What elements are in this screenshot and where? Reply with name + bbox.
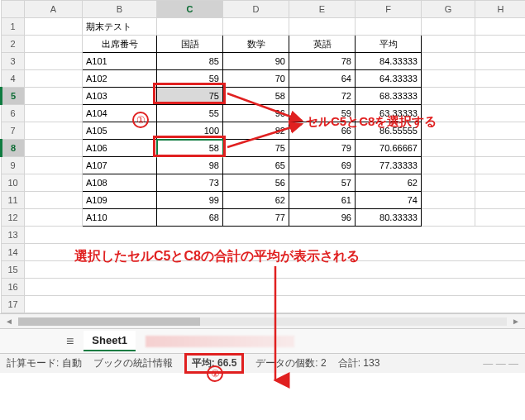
cell[interactable] [475, 192, 526, 209]
cell-s[interactable]: 77 [223, 209, 289, 227]
cell[interactable] [25, 296, 526, 313]
hdr-heikin[interactable]: 平均 [356, 36, 422, 53]
cell-e[interactable]: 69 [289, 157, 356, 174]
cell[interactable] [422, 174, 475, 192]
cell-e[interactable]: 57 [289, 174, 356, 192]
cell-C5[interactable]: 75 [157, 88, 223, 105]
cell-avg[interactable]: 70.66667 [356, 140, 422, 157]
cell[interactable] [475, 88, 526, 105]
cell[interactable] [157, 18, 223, 36]
cell[interactable] [25, 53, 83, 70]
hdr-eigo[interactable]: 英語 [289, 36, 356, 53]
row-header-5[interactable]: 5 [2, 88, 25, 105]
cell-avg[interactable]: 64.33333 [356, 70, 422, 88]
sheet-tab-active[interactable]: Sheet1 [84, 331, 136, 351]
row-header-10[interactable]: 10 [2, 174, 25, 192]
col-header-B[interactable]: B [83, 1, 157, 18]
cell-s[interactable]: 96 [223, 105, 289, 122]
row-header-2[interactable]: 2 [2, 36, 25, 53]
cell[interactable] [223, 18, 289, 36]
horizontal-scrollbar[interactable]: ◄ ► [0, 313, 525, 328]
hdr-sugaku[interactable]: 数学 [223, 36, 289, 53]
cell[interactable] [475, 18, 526, 36]
col-header-F[interactable]: F [356, 1, 422, 18]
row-header-1[interactable]: 1 [2, 18, 25, 36]
row-header-9[interactable]: 9 [2, 157, 25, 174]
cell-avg[interactable]: 74 [356, 192, 422, 209]
cell[interactable] [25, 209, 83, 227]
cell-s[interactable]: 58 [223, 88, 289, 105]
cell[interactable] [25, 227, 526, 244]
col-header-A[interactable]: A [25, 1, 83, 18]
cell-e[interactable]: 61 [289, 192, 356, 209]
cell-id[interactable]: A107 [83, 157, 157, 174]
cell[interactable] [25, 36, 83, 53]
cell-k[interactable]: 55 [157, 105, 223, 122]
cell[interactable] [422, 88, 475, 105]
cell[interactable] [422, 192, 475, 209]
row-header-14[interactable]: 14 [2, 244, 25, 261]
cell[interactable] [422, 140, 475, 157]
cell-k[interactable]: 85 [157, 53, 223, 70]
cell[interactable] [475, 122, 526, 140]
row-header-6[interactable]: 6 [2, 105, 25, 122]
cell[interactable] [475, 70, 526, 88]
cell[interactable] [475, 36, 526, 53]
cell-avg[interactable]: 62 [356, 174, 422, 192]
cell-k[interactable]: 73 [157, 174, 223, 192]
cell[interactable] [475, 209, 526, 227]
cell-e[interactable]: 72 [289, 88, 356, 105]
row-header-13[interactable]: 13 [2, 227, 25, 244]
scroll-track[interactable] [18, 317, 507, 326]
cell-e[interactable]: 78 [289, 53, 356, 70]
cell[interactable] [25, 192, 83, 209]
cell[interactable] [356, 18, 422, 36]
scroll-left-icon[interactable]: ◄ [5, 317, 13, 326]
cell[interactable] [475, 140, 526, 157]
cell[interactable] [422, 18, 475, 36]
spreadsheet-grid[interactable]: A B C D E F G H 1期末テスト 2 出席番号 国語 数学 英語 平… [0, 0, 525, 313]
cell-s[interactable]: 90 [223, 53, 289, 70]
cell-k[interactable]: 100 [157, 122, 223, 140]
cell[interactable] [422, 36, 475, 53]
row-header-11[interactable]: 11 [2, 192, 25, 209]
cell[interactable] [25, 105, 83, 122]
cell-id[interactable]: A110 [83, 209, 157, 227]
worksheet-area[interactable]: A B C D E F G H 1期末テスト 2 出席番号 国語 数学 英語 平… [0, 0, 525, 313]
cell[interactable] [25, 122, 83, 140]
cell-avg[interactable]: 80.33333 [356, 209, 422, 227]
cell-avg[interactable]: 77.33333 [356, 157, 422, 174]
cell[interactable] [25, 70, 83, 88]
col-header-C[interactable]: C [157, 1, 223, 18]
cell-id[interactable]: A108 [83, 174, 157, 192]
cell-id[interactable]: A103 [83, 88, 157, 105]
cell[interactable] [422, 70, 475, 88]
col-header-G[interactable]: G [422, 1, 475, 18]
hdr-kokugo[interactable]: 国語 [157, 36, 223, 53]
cell-s[interactable]: 65 [223, 157, 289, 174]
cell[interactable] [422, 53, 475, 70]
cell-id[interactable]: A109 [83, 192, 157, 209]
sheet-tab-bar[interactable]: ≡ Sheet1 [0, 328, 525, 353]
cell[interactable] [422, 209, 475, 227]
cell-s[interactable]: 70 [223, 70, 289, 88]
cell-s[interactable]: 82 [223, 122, 289, 140]
select-all-corner[interactable] [2, 1, 25, 18]
cell[interactable] [422, 157, 475, 174]
row-header-8[interactable]: 8 [2, 140, 25, 157]
col-header-E[interactable]: E [289, 1, 356, 18]
cell[interactable] [289, 18, 356, 36]
cell-title[interactable]: 期末テスト [83, 18, 157, 36]
cell[interactable] [25, 18, 83, 36]
cell[interactable] [25, 279, 526, 296]
scroll-thumb[interactable] [18, 317, 200, 326]
cell[interactable] [25, 174, 83, 192]
cell-s[interactable]: 75 [223, 140, 289, 157]
row-header-15[interactable]: 15 [2, 261, 25, 279]
cell[interactable] [475, 105, 526, 122]
cell-id[interactable]: A102 [83, 70, 157, 88]
hdr-id[interactable]: 出席番号 [83, 36, 157, 53]
row-header-16[interactable]: 16 [2, 279, 25, 296]
cell-avg[interactable]: 84.33333 [356, 53, 422, 70]
cell-k[interactable]: 98 [157, 157, 223, 174]
